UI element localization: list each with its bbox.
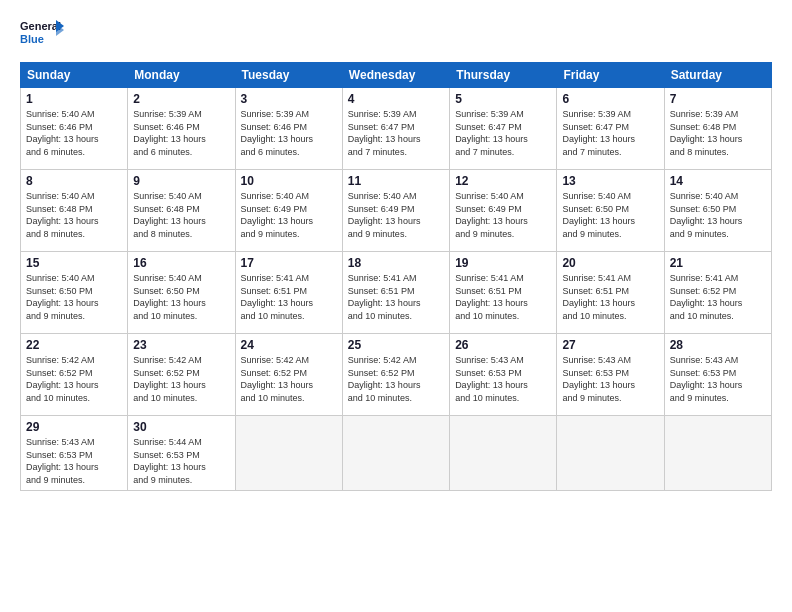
calendar-page: General Blue SundayMondayTuesdayWednesda… xyxy=(0,0,792,612)
calendar-cell xyxy=(450,416,557,491)
calendar-cell: 27Sunrise: 5:43 AM Sunset: 6:53 PM Dayli… xyxy=(557,334,664,416)
day-number: 1 xyxy=(26,92,122,106)
cell-details: Sunrise: 5:40 AM Sunset: 6:50 PM Dayligh… xyxy=(562,190,658,240)
calendar-cell: 2Sunrise: 5:39 AM Sunset: 6:46 PM Daylig… xyxy=(128,88,235,170)
calendar-cell: 12Sunrise: 5:40 AM Sunset: 6:49 PM Dayli… xyxy=(450,170,557,252)
day-number: 30 xyxy=(133,420,229,434)
calendar-cell xyxy=(235,416,342,491)
day-number: 12 xyxy=(455,174,551,188)
cell-details: Sunrise: 5:40 AM Sunset: 6:49 PM Dayligh… xyxy=(455,190,551,240)
calendar-cell: 23Sunrise: 5:42 AM Sunset: 6:52 PM Dayli… xyxy=(128,334,235,416)
calendar-cell: 1Sunrise: 5:40 AM Sunset: 6:46 PM Daylig… xyxy=(21,88,128,170)
cell-details: Sunrise: 5:39 AM Sunset: 6:48 PM Dayligh… xyxy=(670,108,766,158)
day-number: 5 xyxy=(455,92,551,106)
calendar-week-1: 1Sunrise: 5:40 AM Sunset: 6:46 PM Daylig… xyxy=(21,88,772,170)
calendar-cell: 8Sunrise: 5:40 AM Sunset: 6:48 PM Daylig… xyxy=(21,170,128,252)
cell-details: Sunrise: 5:41 AM Sunset: 6:52 PM Dayligh… xyxy=(670,272,766,322)
calendar-cell: 4Sunrise: 5:39 AM Sunset: 6:47 PM Daylig… xyxy=(342,88,449,170)
day-number: 23 xyxy=(133,338,229,352)
day-number: 21 xyxy=(670,256,766,270)
calendar-cell: 22Sunrise: 5:42 AM Sunset: 6:52 PM Dayli… xyxy=(21,334,128,416)
calendar-week-3: 15Sunrise: 5:40 AM Sunset: 6:50 PM Dayli… xyxy=(21,252,772,334)
day-number: 6 xyxy=(562,92,658,106)
cell-details: Sunrise: 5:40 AM Sunset: 6:46 PM Dayligh… xyxy=(26,108,122,158)
calendar-cell xyxy=(557,416,664,491)
cell-details: Sunrise: 5:39 AM Sunset: 6:46 PM Dayligh… xyxy=(241,108,337,158)
cell-details: Sunrise: 5:41 AM Sunset: 6:51 PM Dayligh… xyxy=(562,272,658,322)
calendar-cell: 5Sunrise: 5:39 AM Sunset: 6:47 PM Daylig… xyxy=(450,88,557,170)
cell-details: Sunrise: 5:42 AM Sunset: 6:52 PM Dayligh… xyxy=(26,354,122,404)
cell-details: Sunrise: 5:41 AM Sunset: 6:51 PM Dayligh… xyxy=(348,272,444,322)
calendar-cell: 14Sunrise: 5:40 AM Sunset: 6:50 PM Dayli… xyxy=(664,170,771,252)
calendar-cell: 18Sunrise: 5:41 AM Sunset: 6:51 PM Dayli… xyxy=(342,252,449,334)
cell-details: Sunrise: 5:43 AM Sunset: 6:53 PM Dayligh… xyxy=(26,436,122,486)
day-number: 10 xyxy=(241,174,337,188)
svg-text:Blue: Blue xyxy=(20,33,44,45)
cell-details: Sunrise: 5:43 AM Sunset: 6:53 PM Dayligh… xyxy=(670,354,766,404)
cell-details: Sunrise: 5:41 AM Sunset: 6:51 PM Dayligh… xyxy=(455,272,551,322)
calendar-cell xyxy=(664,416,771,491)
cell-details: Sunrise: 5:40 AM Sunset: 6:49 PM Dayligh… xyxy=(348,190,444,240)
day-number: 18 xyxy=(348,256,444,270)
col-header-wednesday: Wednesday xyxy=(342,63,449,88)
calendar-week-2: 8Sunrise: 5:40 AM Sunset: 6:48 PM Daylig… xyxy=(21,170,772,252)
day-number: 28 xyxy=(670,338,766,352)
calendar-cell: 25Sunrise: 5:42 AM Sunset: 6:52 PM Dayli… xyxy=(342,334,449,416)
day-number: 26 xyxy=(455,338,551,352)
col-header-sunday: Sunday xyxy=(21,63,128,88)
calendar-cell: 28Sunrise: 5:43 AM Sunset: 6:53 PM Dayli… xyxy=(664,334,771,416)
calendar-cell: 16Sunrise: 5:40 AM Sunset: 6:50 PM Dayli… xyxy=(128,252,235,334)
logo: General Blue xyxy=(20,16,64,52)
cell-details: Sunrise: 5:42 AM Sunset: 6:52 PM Dayligh… xyxy=(241,354,337,404)
day-number: 2 xyxy=(133,92,229,106)
day-number: 13 xyxy=(562,174,658,188)
calendar-week-5: 29Sunrise: 5:43 AM Sunset: 6:53 PM Dayli… xyxy=(21,416,772,491)
calendar-cell: 20Sunrise: 5:41 AM Sunset: 6:51 PM Dayli… xyxy=(557,252,664,334)
calendar-cell: 17Sunrise: 5:41 AM Sunset: 6:51 PM Dayli… xyxy=(235,252,342,334)
calendar-cell: 19Sunrise: 5:41 AM Sunset: 6:51 PM Dayli… xyxy=(450,252,557,334)
cell-details: Sunrise: 5:39 AM Sunset: 6:46 PM Dayligh… xyxy=(133,108,229,158)
cell-details: Sunrise: 5:41 AM Sunset: 6:51 PM Dayligh… xyxy=(241,272,337,322)
calendar-cell: 7Sunrise: 5:39 AM Sunset: 6:48 PM Daylig… xyxy=(664,88,771,170)
col-header-monday: Monday xyxy=(128,63,235,88)
calendar-cell: 13Sunrise: 5:40 AM Sunset: 6:50 PM Dayli… xyxy=(557,170,664,252)
cell-details: Sunrise: 5:40 AM Sunset: 6:50 PM Dayligh… xyxy=(133,272,229,322)
day-number: 16 xyxy=(133,256,229,270)
logo-icon: General Blue xyxy=(20,16,64,52)
day-number: 11 xyxy=(348,174,444,188)
day-number: 17 xyxy=(241,256,337,270)
day-number: 19 xyxy=(455,256,551,270)
calendar-header-row: SundayMondayTuesdayWednesdayThursdayFrid… xyxy=(21,63,772,88)
col-header-thursday: Thursday xyxy=(450,63,557,88)
cell-details: Sunrise: 5:39 AM Sunset: 6:47 PM Dayligh… xyxy=(455,108,551,158)
calendar-cell: 6Sunrise: 5:39 AM Sunset: 6:47 PM Daylig… xyxy=(557,88,664,170)
calendar-cell: 10Sunrise: 5:40 AM Sunset: 6:49 PM Dayli… xyxy=(235,170,342,252)
calendar-table: SundayMondayTuesdayWednesdayThursdayFrid… xyxy=(20,62,772,491)
day-number: 8 xyxy=(26,174,122,188)
cell-details: Sunrise: 5:40 AM Sunset: 6:49 PM Dayligh… xyxy=(241,190,337,240)
svg-text:General: General xyxy=(20,20,61,32)
day-number: 29 xyxy=(26,420,122,434)
calendar-cell: 21Sunrise: 5:41 AM Sunset: 6:52 PM Dayli… xyxy=(664,252,771,334)
calendar-week-4: 22Sunrise: 5:42 AM Sunset: 6:52 PM Dayli… xyxy=(21,334,772,416)
day-number: 9 xyxy=(133,174,229,188)
day-number: 15 xyxy=(26,256,122,270)
page-header: General Blue xyxy=(20,16,772,52)
cell-details: Sunrise: 5:40 AM Sunset: 6:48 PM Dayligh… xyxy=(133,190,229,240)
cell-details: Sunrise: 5:42 AM Sunset: 6:52 PM Dayligh… xyxy=(133,354,229,404)
day-number: 25 xyxy=(348,338,444,352)
day-number: 24 xyxy=(241,338,337,352)
cell-details: Sunrise: 5:39 AM Sunset: 6:47 PM Dayligh… xyxy=(562,108,658,158)
calendar-cell: 15Sunrise: 5:40 AM Sunset: 6:50 PM Dayli… xyxy=(21,252,128,334)
day-number: 14 xyxy=(670,174,766,188)
calendar-cell: 3Sunrise: 5:39 AM Sunset: 6:46 PM Daylig… xyxy=(235,88,342,170)
col-header-tuesday: Tuesday xyxy=(235,63,342,88)
calendar-cell: 30Sunrise: 5:44 AM Sunset: 6:53 PM Dayli… xyxy=(128,416,235,491)
col-header-saturday: Saturday xyxy=(664,63,771,88)
cell-details: Sunrise: 5:40 AM Sunset: 6:50 PM Dayligh… xyxy=(670,190,766,240)
calendar-cell: 24Sunrise: 5:42 AM Sunset: 6:52 PM Dayli… xyxy=(235,334,342,416)
calendar-cell: 26Sunrise: 5:43 AM Sunset: 6:53 PM Dayli… xyxy=(450,334,557,416)
cell-details: Sunrise: 5:44 AM Sunset: 6:53 PM Dayligh… xyxy=(133,436,229,486)
calendar-cell: 9Sunrise: 5:40 AM Sunset: 6:48 PM Daylig… xyxy=(128,170,235,252)
day-number: 7 xyxy=(670,92,766,106)
